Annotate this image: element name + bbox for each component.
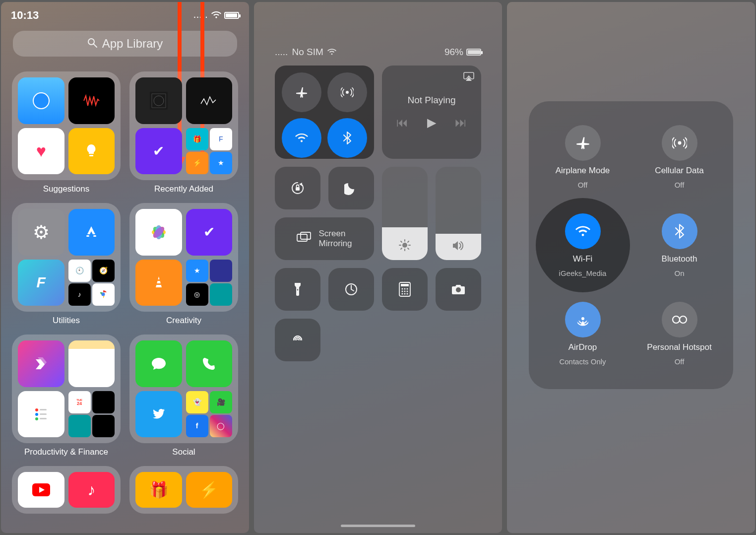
folder-mini-stack[interactable]: 🎁 F ⚡ ★: [186, 128, 233, 175]
bluetooth-toggle[interactable]: [327, 118, 367, 158]
app-icon[interactable]: ⚡: [186, 472, 233, 508]
svg-point-27: [35, 408, 38, 411]
folder-partial-2[interactable]: 🎁 ⚡: [129, 466, 238, 514]
folder-mini-stack[interactable]: 👻 🎥 f ◯: [186, 391, 233, 438]
folder-mini-stack[interactable]: ★ ◎: [186, 260, 233, 306]
wifi-icon: [211, 11, 221, 20]
shortcuts-icon[interactable]: [18, 340, 64, 387]
health-icon[interactable]: ♥: [18, 128, 64, 175]
apple-music-icon[interactable]: ♪: [68, 472, 115, 508]
panel-control-center: ..... No SIM 96% Not Playing ⏮ ▶ ⏭: [254, 2, 502, 533]
airdrop-icon: [565, 302, 601, 337]
folder-partial-1[interactable]: ♪: [12, 466, 121, 514]
cc-battery-pct: 96%: [444, 47, 463, 58]
timer-button[interactable]: [328, 268, 374, 311]
youtube-icon[interactable]: [18, 472, 64, 508]
item-sub: Off: [578, 181, 588, 189]
folder-creativity[interactable]: ✔ ★ ◎ Creativity: [129, 203, 238, 326]
panel-connectivity-expanded: Airplane Mode Off Cellular Data Off Wi-F…: [507, 2, 755, 533]
prev-track-icon[interactable]: ⏮: [396, 116, 408, 130]
cellular-toggle[interactable]: [327, 72, 367, 112]
flashlight-toggle[interactable]: [275, 268, 320, 311]
twitter-icon[interactable]: [135, 391, 182, 438]
messages-icon[interactable]: [135, 340, 182, 387]
volume-icon: [436, 240, 481, 254]
orientation-lock-toggle[interactable]: [275, 167, 320, 209]
item-sub: On: [674, 269, 684, 277]
camera-button[interactable]: [436, 268, 481, 311]
home-indicator[interactable]: [341, 525, 415, 527]
brightness-slider[interactable]: [382, 167, 428, 260]
airplane-toggle[interactable]: [282, 72, 321, 112]
screen-mirroring-button[interactable]: Screen Mirroring: [275, 217, 374, 260]
vlc-icon[interactable]: [135, 260, 182, 306]
svg-rect-30: [40, 413, 47, 415]
play-icon[interactable]: ▶: [427, 116, 436, 130]
app-icon[interactable]: [135, 77, 182, 124]
folder-productivity[interactable]: TUE24 Productivity & Finance: [12, 334, 121, 457]
folder-social[interactable]: 👻 🎥 f ◯ Social: [129, 334, 238, 457]
mini-icon: ◎: [186, 283, 208, 306]
folder-mini-stack[interactable]: 🕙 🧭 ♪: [68, 260, 115, 306]
cc-media-module[interactable]: Not Playing ⏮ ▶ ⏭: [382, 66, 481, 159]
app-icon[interactable]: 🎁: [135, 472, 182, 508]
nfc-button[interactable]: [275, 319, 320, 361]
reminders-icon[interactable]: [18, 391, 64, 438]
folder-suggestions[interactable]: ♥ Suggestions: [12, 71, 121, 194]
battery-icon: [466, 49, 481, 56]
airplay-icon[interactable]: [463, 71, 474, 84]
app-icon[interactable]: [186, 77, 233, 124]
folder-box[interactable]: TUE24: [12, 334, 121, 443]
folder-recently-added[interactable]: ✔ 🎁 F ⚡ ★ Recently Added: [129, 71, 238, 194]
phone-icon[interactable]: [186, 340, 233, 387]
folder-box[interactable]: ⚙ F 🕙 🧭 ♪: [12, 203, 121, 312]
folder-utilities[interactable]: ⚙ F 🕙 🧭 ♪ Utilities: [12, 203, 121, 326]
bluetooth-item[interactable]: Bluetooth On: [632, 205, 726, 285]
voice-memos-icon[interactable]: [68, 77, 115, 124]
wifi-toggle[interactable]: [282, 118, 321, 158]
app-icon[interactable]: F: [18, 260, 64, 306]
folder-label: Utilities: [53, 316, 80, 326]
do-not-disturb-toggle[interactable]: [328, 167, 374, 209]
folder-box[interactable]: ✔ 🎁 F ⚡ ★: [129, 71, 238, 180]
wifi-item[interactable]: Wi-Fi iGeeks_Media: [536, 205, 630, 285]
svg-point-58: [404, 291, 406, 292]
item-sub: Contacts Only: [559, 357, 606, 366]
airplane-mode-item[interactable]: Airplane Mode Off: [536, 117, 630, 197]
cc-connectivity-module[interactable]: [275, 66, 374, 159]
photos-icon[interactable]: [135, 209, 182, 256]
svg-point-35: [346, 91, 349, 94]
mini-icon: ★: [210, 152, 232, 174]
volume-slider[interactable]: [436, 167, 481, 260]
folder-mini-stack[interactable]: TUE24: [68, 391, 115, 438]
folder-box[interactable]: ♥: [12, 71, 121, 180]
app-icon[interactable]: ✔: [186, 209, 233, 256]
wifi-icon: [565, 213, 601, 249]
svg-point-50: [297, 289, 299, 291]
cellular-data-item[interactable]: Cellular Data Off: [632, 117, 726, 197]
app-store-icon[interactable]: [68, 209, 115, 256]
folder-box[interactable]: 🎁 ⚡: [129, 466, 238, 514]
clock-icon: 🕙: [68, 260, 91, 282]
svg-rect-38: [296, 187, 300, 191]
notes-icon[interactable]: [68, 340, 115, 387]
tips-icon[interactable]: [68, 128, 115, 175]
folder-box[interactable]: ✔ ★ ◎: [129, 203, 238, 312]
mini-icon: [210, 260, 232, 282]
app-icon[interactable]: ✔: [135, 128, 182, 175]
folder-box[interactable]: 👻 🎥 f ◯: [129, 334, 238, 443]
calculator-button[interactable]: [382, 268, 428, 311]
folder-box[interactable]: ♪: [12, 466, 121, 514]
airdrop-item[interactable]: AirDrop Contacts Only: [536, 294, 630, 373]
item-label: Cellular Data: [655, 166, 703, 176]
wifi-icon: [327, 47, 336, 58]
app-library-grid: ♥ Suggestions ✔ 🎁 F ⚡ ★ Recently Added: [12, 71, 238, 514]
personal-hotspot-item[interactable]: Personal Hotspot Off: [632, 294, 726, 373]
safari-icon[interactable]: [18, 77, 64, 124]
calendar-icon: TUE24: [68, 391, 91, 413]
settings-icon[interactable]: ⚙: [18, 209, 64, 256]
chrome-icon: [92, 283, 115, 306]
item-sub: Off: [675, 181, 685, 189]
svg-rect-48: [297, 234, 307, 241]
next-track-icon[interactable]: ⏭: [455, 116, 467, 130]
